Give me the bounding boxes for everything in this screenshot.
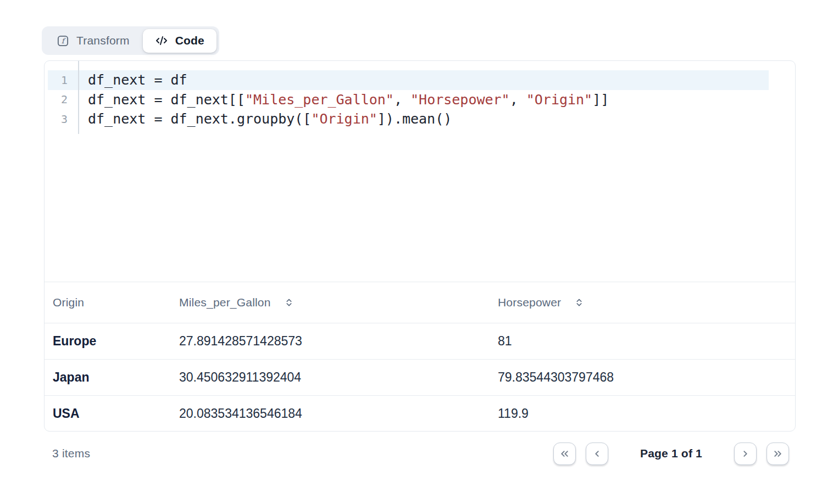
column-header-miles-per-gallon[interactable]: Miles_per_Gallon	[171, 296, 490, 309]
first-page-button[interactable]	[553, 443, 576, 465]
page-indicator: Page 1 of 1	[640, 447, 702, 460]
table-row[interactable]: Europe27.89142857142857381	[45, 323, 795, 359]
column-header-horsepower[interactable]: Horsepower	[490, 296, 795, 309]
column-header-origin: Origin	[45, 296, 171, 309]
row-value-cell: 20.083534136546184	[171, 406, 490, 421]
row-value-cell: 119.9	[490, 406, 795, 421]
line-number: 1	[45, 74, 78, 87]
items-count: 3 items	[44, 447, 90, 460]
table-row[interactable]: USA20.083534136546184119.9	[45, 395, 795, 432]
code-line-text: df_next = df_next.groupby(["Origin"]).me…	[78, 111, 452, 127]
code-line-text: df_next = df_next[["Miles_per_Gallon", "…	[78, 92, 609, 108]
chevron-left-icon	[591, 448, 603, 460]
sort-icon[interactable]	[284, 298, 294, 307]
code-editor[interactable]: 1df_next = df2df_next = df_next[["Miles_…	[45, 61, 795, 282]
chevron-right-icon	[740, 448, 751, 460]
row-key-cell: Japan	[45, 370, 171, 385]
row-value-cell: 81	[490, 334, 795, 349]
tab-code-label: Code	[175, 34, 204, 47]
tab-code[interactable]: Code	[143, 29, 216, 53]
prev-page-button[interactable]	[586, 443, 608, 465]
table-header-row: Origin Miles_per_Gallon Horsepower	[45, 282, 795, 323]
data-table: Origin Miles_per_Gallon Horsepower	[45, 282, 795, 432]
line-number: 2	[45, 93, 78, 106]
code-line-text: df_next = df	[78, 72, 187, 88]
table-body: Europe27.89142857142857381Japan30.450632…	[45, 323, 795, 432]
code-line[interactable]: 3df_next = df_next.groupby(["Origin"]).m…	[45, 109, 795, 129]
table-footer: 3 items Page 1 of 1	[44, 439, 796, 468]
tab-transform[interactable]: f Transform	[45, 29, 142, 53]
column-header-label: Origin	[53, 296, 84, 309]
code-line[interactable]: 2df_next = df_next[["Miles_per_Gallon", …	[45, 90, 795, 110]
code-lines: 1df_next = df2df_next = df_next[["Miles_…	[45, 70, 795, 129]
sort-icon[interactable]	[574, 298, 584, 307]
next-page-button[interactable]	[734, 443, 757, 465]
row-value-cell: 79.83544303797468	[490, 370, 795, 385]
chevrons-left-icon	[559, 448, 570, 460]
gutter-divider	[78, 61, 79, 134]
svg-text:f: f	[62, 36, 66, 44]
last-page-button[interactable]	[767, 443, 789, 465]
tab-transform-label: Transform	[76, 34, 130, 47]
row-key-cell: USA	[45, 406, 171, 421]
code-line[interactable]: 1df_next = df	[45, 70, 795, 90]
row-key-cell: Europe	[45, 334, 171, 349]
column-header-label: Horsepower	[498, 296, 561, 309]
line-number: 3	[45, 113, 78, 126]
main-panel: 1df_next = df2df_next = df_next[["Miles_…	[44, 60, 796, 432]
chevrons-right-icon	[772, 448, 784, 460]
function-square-icon: f	[57, 35, 69, 47]
column-header-label: Miles_per_Gallon	[179, 296, 271, 309]
row-value-cell: 30.450632911392404	[171, 370, 490, 385]
pagination: Page 1 of 1	[553, 443, 796, 465]
view-toggle: f Transform Code	[42, 26, 219, 55]
table-row[interactable]: Japan30.45063291139240479.83544303797468	[45, 359, 795, 395]
code-icon	[155, 34, 168, 47]
row-value-cell: 27.891428571428573	[171, 334, 490, 349]
